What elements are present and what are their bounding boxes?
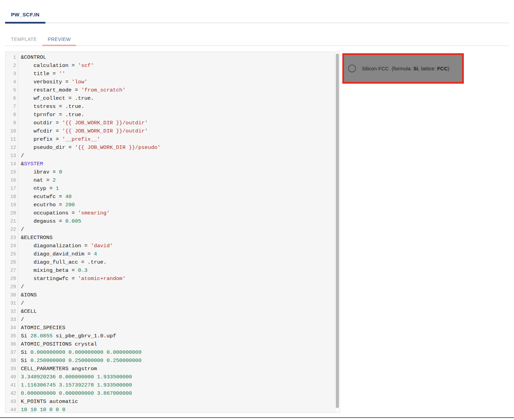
code-line: 7 tstress = .true.	[5, 102, 340, 111]
material-lattice: FCC	[437, 66, 448, 71]
line-number: 34	[5, 324, 18, 332]
code-text: occupations = 'smearing'	[18, 209, 110, 217]
code-text: wf_collect = .true.	[18, 94, 94, 102]
code-text: ecutwfc = 40	[18, 193, 72, 201]
code-text: restart_mode = 'from_scratch'	[18, 86, 126, 94]
material-formula: Si	[413, 66, 418, 71]
code-text: &ELECTRONS	[18, 234, 53, 242]
code-line: 26 diago_full_acc = .true.	[5, 258, 340, 266]
code-line: 4410 10 10 0 0 0	[5, 406, 340, 413]
code-line: 12 pseudo_dir = '{{ JOB_WORK_DIR }}/pseu…	[5, 143, 340, 152]
tab-preview[interactable]: PREVIEW	[42, 33, 76, 45]
material-card-label: Silicon FCC (formula: Si, lattice: FCC)	[362, 66, 449, 71]
code-text: /	[18, 299, 24, 307]
material-meta-mid: , lattice:	[418, 66, 437, 71]
tab-template-label: TEMPLATE	[11, 37, 37, 42]
editor-scrollbar-thumb[interactable]	[336, 54, 339, 408]
code-line: 15 ibrav = 0	[5, 168, 340, 176]
line-number: 9	[5, 119, 18, 127]
code-line: 16 nat = 2	[5, 176, 340, 184]
code-text: 0.000000000 0.000000000 3.867000000	[18, 389, 132, 397]
code-text: K_POINTS automatic	[18, 397, 78, 406]
line-number: 31	[5, 299, 18, 307]
code-text: /	[18, 152, 24, 160]
code-text: wfcdir = '{{ JOB_WORK_DIR }}/outdir'	[18, 127, 148, 135]
code-line: 23&ELECTRONS	[5, 234, 340, 242]
code-text: tprnfor = .true.	[18, 111, 84, 119]
code-lines: 1&CONTROL2 calculation = 'scf'3 title = …	[5, 52, 340, 413]
file-tab-active-indicator	[5, 22, 45, 24]
code-text: &SYSTEM	[18, 160, 43, 168]
code-text: Si 28.0855 si_pbe_gbrv_1.0.upf	[18, 332, 116, 340]
line-number: 37	[5, 348, 18, 356]
line-number: 4	[5, 78, 18, 86]
code-line: 17 ntyp = 1	[5, 184, 340, 193]
editor-scrollbar[interactable]	[335, 52, 340, 412]
file-tab-pw-scf-in[interactable]: PW_SCF.IN	[5, 7, 46, 22]
radio-button-icon[interactable]	[348, 65, 356, 72]
code-text: 3.348920236 0.000000000 1.933500000	[18, 373, 132, 381]
bottom-divider	[0, 417, 514, 418]
code-line: 14&SYSTEM	[5, 160, 340, 168]
code-text: title = ''	[18, 70, 65, 78]
code-line: 10 wfcdir = '{{ JOB_WORK_DIR }}/outdir'	[5, 127, 340, 135]
title-divider	[5, 23, 509, 23]
code-text: ecutrho = 200	[18, 201, 75, 209]
line-number: 27	[5, 266, 18, 275]
code-text: ntyp = 1	[18, 184, 59, 193]
line-number: 7	[5, 102, 18, 111]
line-number: 42	[5, 389, 18, 397]
line-number: 22	[5, 225, 18, 234]
line-number: 2	[5, 61, 18, 70]
code-text: nat = 2	[18, 176, 56, 184]
line-number: 15	[5, 168, 18, 176]
code-line: 28 startingwfc = 'atomic+random'	[5, 275, 340, 283]
code-line: 34ATOMIC_SPECIES	[5, 324, 340, 332]
code-line: 33/	[5, 316, 340, 324]
code-line: 27 mixing_beta = 0.3	[5, 266, 340, 275]
code-text: &CONTROL	[18, 53, 46, 61]
code-text: diago_full_acc = .true.	[18, 258, 106, 266]
code-line: 43K_POINTS automatic	[5, 397, 340, 406]
code-line: 18 ecutwfc = 40	[5, 193, 340, 201]
code-line: 13/	[5, 152, 340, 160]
code-text: degauss = 0.005	[18, 217, 81, 225]
code-text: /	[18, 225, 24, 234]
code-text: verbosity = 'low'	[18, 78, 87, 86]
line-number: 21	[5, 217, 18, 225]
material-title: Silicon FCC	[362, 66, 389, 71]
code-text: /	[18, 316, 24, 324]
tab-template[interactable]: TEMPLATE	[5, 33, 43, 45]
code-text: diago_david_ndim = 4	[18, 250, 97, 258]
line-number: 28	[5, 275, 18, 283]
line-number: 26	[5, 258, 18, 266]
code-editor-preview[interactable]: 1&CONTROL2 calculation = 'scf'3 title = …	[5, 52, 340, 413]
code-text: ATOMIC_POSITIONS crystal	[18, 340, 97, 348]
code-text: /	[18, 283, 24, 291]
line-number: 30	[5, 291, 18, 299]
line-number: 39	[5, 365, 18, 373]
line-number: 29	[5, 283, 18, 291]
line-number: 18	[5, 193, 18, 201]
code-text: mixing_beta = 0.3	[18, 266, 87, 275]
code-line: 19 ecutrho = 200	[5, 201, 340, 209]
code-line: 25 diago_david_ndim = 4	[5, 250, 340, 258]
code-line: 9 outdir = '{{ JOB_WORK_DIR }}/outdir'	[5, 119, 340, 127]
code-line: 8 tprnfor = .true.	[5, 111, 340, 119]
code-line: 31/	[5, 299, 340, 307]
material-card-silicon-fcc[interactable]: Silicon FCC (formula: Si, lattice: FCC)	[342, 53, 464, 84]
line-number: 40	[5, 373, 18, 381]
line-number: 35	[5, 332, 18, 340]
line-number: 32	[5, 307, 18, 316]
line-number: 16	[5, 176, 18, 184]
material-meta-close: )	[448, 66, 449, 71]
line-number: 10	[5, 127, 18, 135]
code-text: 1.116306745 3.157392278 1.933500000	[18, 381, 132, 389]
line-number: 20	[5, 209, 18, 217]
code-text: outdir = '{{ JOB_WORK_DIR }}/outdir'	[18, 119, 148, 127]
code-line: 4 verbosity = 'low'	[5, 78, 340, 86]
line-number: 25	[5, 250, 18, 258]
line-number: 6	[5, 94, 18, 102]
material-meta-open: (formula:	[389, 66, 413, 71]
line-number: 44	[5, 406, 18, 413]
